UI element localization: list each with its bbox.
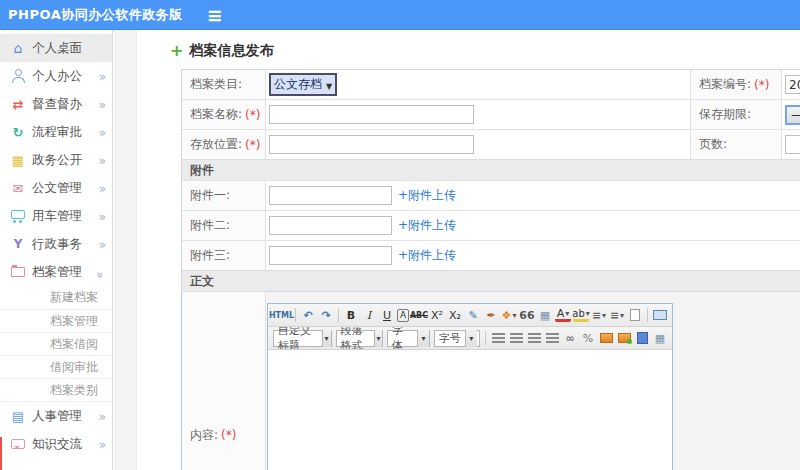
attachment1-field: +附件上传 xyxy=(266,181,800,210)
submenu-item-archive-mgmt[interactable]: 档案管理 xyxy=(0,309,112,332)
attachment3-input[interactable] xyxy=(269,246,392,265)
sidebar-item-admin-affairs[interactable]: 行政事务 xyxy=(0,230,112,258)
emoticon-grid-icon[interactable]: ▦ xyxy=(537,306,553,324)
attachment2-upload-link[interactable]: +附件上传 xyxy=(398,217,456,234)
funnel-icon xyxy=(10,237,26,252)
sidebar-item-personal-desktop[interactable]: 个人桌面 xyxy=(0,34,112,62)
align-right-icon[interactable] xyxy=(526,329,542,347)
sidebar-item-gov-disclosure[interactable]: 政务公开 xyxy=(0,146,112,174)
name-label: 档案名称:(*) xyxy=(182,100,266,129)
editor-content-area[interactable] xyxy=(268,350,672,470)
align-center-icon[interactable] xyxy=(508,329,524,347)
toolbar-separator xyxy=(647,308,648,322)
crossed-arrows-icon xyxy=(10,97,26,112)
category-label: 档案类目: xyxy=(182,70,266,99)
book-icon xyxy=(10,409,26,424)
insert-table-icon[interactable]: ▦ xyxy=(652,329,668,347)
attachment2-input[interactable] xyxy=(269,216,392,235)
storage-location-input[interactable] xyxy=(269,135,474,154)
attachment-row-3: 附件三: +附件上传 xyxy=(182,240,800,270)
attachment3-label: 附件三: xyxy=(182,241,266,270)
attachment-row-1: 附件一: +附件上传 xyxy=(182,180,800,210)
content-field: HTML ↶ ↷ B I U A ABC X² X₂ ✎ ✒ xyxy=(266,292,800,470)
name-field xyxy=(266,100,690,129)
archive-number-input[interactable] xyxy=(785,75,800,94)
paragraph-format-select[interactable]: 段落格式 xyxy=(336,330,384,347)
sidebar-item-supervision[interactable]: 督查督办 xyxy=(0,90,112,118)
body-row: 内容:(*) HTML ↶ ↷ B I U A ABC X² xyxy=(182,291,800,470)
underline-icon[interactable]: U xyxy=(379,306,395,324)
archive-form: 档案类目: 公文存档 档案编号:(*) 档案名称:(*) xyxy=(181,69,800,470)
font-box-icon[interactable]: A xyxy=(397,309,409,322)
align-left-icon[interactable] xyxy=(490,329,506,347)
subscript-icon[interactable]: X₂ xyxy=(447,306,463,324)
html-source-button[interactable]: HTML xyxy=(272,306,291,324)
page-count-input[interactable] xyxy=(785,135,800,154)
new-page-icon[interactable] xyxy=(627,306,643,324)
chevron-right-icon xyxy=(94,237,106,252)
insert-image-icon[interactable] xyxy=(598,329,614,347)
menu-toggle-icon[interactable] xyxy=(203,0,227,30)
attachments-section-bar: 附件 xyxy=(182,159,800,180)
submenu-item-archive-category[interactable]: 档案类别 xyxy=(0,378,112,401)
eraser-pen-icon[interactable]: ✎ xyxy=(465,306,481,324)
sidebar-item-knowledge-exchange[interactable]: 知识交流 xyxy=(0,430,112,458)
toolbar-separator xyxy=(338,308,339,322)
sidebar-item-workflow-approval[interactable]: 流程审批 xyxy=(0,118,112,146)
attachment3-upload-link[interactable]: +附件上传 xyxy=(398,247,456,264)
dropdown-arrow-icon xyxy=(326,78,332,92)
unordered-list-icon[interactable]: ≡ xyxy=(609,306,625,324)
link-icon[interactable]: ∞ xyxy=(562,329,578,347)
vehicle-icon xyxy=(10,209,26,224)
retention-select[interactable]: — xyxy=(785,105,800,125)
align-justify-icon[interactable] xyxy=(544,329,560,347)
italic-icon[interactable]: I xyxy=(361,306,377,324)
sidebar-gutter xyxy=(114,30,137,470)
attachment1-input[interactable] xyxy=(269,186,392,205)
sidebar-item-archive-mgmt[interactable]: 档案管理 xyxy=(0,258,112,286)
undo-icon[interactable]: ↶ xyxy=(300,306,316,324)
sidebar-item-vehicle-mgmt[interactable]: 用车管理 xyxy=(0,202,112,230)
sidebar-item-document-mgmt[interactable]: 公文管理 xyxy=(0,174,112,202)
number-label: 档案编号:(*) xyxy=(690,70,782,99)
title-style-select[interactable]: 自定义标题 xyxy=(273,330,332,347)
chevron-right-icon xyxy=(94,181,106,196)
bold-icon[interactable]: B xyxy=(343,306,359,324)
archive-name-input[interactable] xyxy=(269,105,474,124)
font-family-select[interactable]: 字体 xyxy=(387,330,430,347)
highlight-color-icon[interactable]: ab xyxy=(573,309,589,322)
form-row-name: 档案名称:(*) 保存期限: — xyxy=(182,99,800,129)
unlink-icon[interactable]: % xyxy=(580,329,596,347)
chevron-right-icon xyxy=(94,69,106,84)
sidebar-item-hr-mgmt[interactable]: 人事管理 xyxy=(0,402,112,430)
color-splash-icon[interactable]: ❖ xyxy=(501,306,517,324)
font-color-icon[interactable]: A xyxy=(555,309,571,322)
left-edge-marker xyxy=(0,437,2,470)
archive-submenu: 新建档案 档案管理 档案借阅 借阅审批 档案类别 xyxy=(0,286,112,402)
chevron-right-icon xyxy=(94,153,106,168)
rich-text-editor: HTML ↶ ↷ B I U A ABC X² X₂ ✎ ✒ xyxy=(267,303,673,470)
submenu-item-new-archive[interactable]: 新建档案 xyxy=(0,286,112,309)
upload-image-icon[interactable] xyxy=(616,329,632,347)
chevron-down-icon xyxy=(93,266,108,278)
fullscreen-icon[interactable] xyxy=(652,306,668,324)
superscript-icon[interactable]: X² xyxy=(429,306,445,324)
toolbar-separator xyxy=(295,308,296,322)
location-label: 存放位置:(*) xyxy=(182,130,266,159)
category-select[interactable]: 公文存档 xyxy=(269,73,337,96)
ordered-list-icon[interactable]: ≡ xyxy=(591,306,607,324)
insert-media-icon[interactable] xyxy=(634,329,650,347)
redo-icon[interactable]: ↷ xyxy=(318,306,334,324)
folder-icon xyxy=(10,265,26,280)
font-size-select[interactable]: 字号 xyxy=(434,330,480,347)
pages-field xyxy=(782,130,800,159)
submenu-item-archive-borrow[interactable]: 档案借阅 xyxy=(0,332,112,355)
retention-label: 保存期限: xyxy=(690,100,782,129)
format-brush-icon[interactable]: ✒ xyxy=(483,306,499,324)
sidebar-item-personal-office[interactable]: 个人办公 xyxy=(0,62,112,90)
blockquote-icon[interactable]: 66 xyxy=(519,306,535,324)
page-title: 档案信息发布 xyxy=(189,42,273,60)
strikethrough-icon[interactable]: ABC xyxy=(411,306,427,324)
submenu-item-borrow-approval[interactable]: 借阅审批 xyxy=(0,355,112,378)
attachment1-upload-link[interactable]: +附件上传 xyxy=(398,187,456,204)
